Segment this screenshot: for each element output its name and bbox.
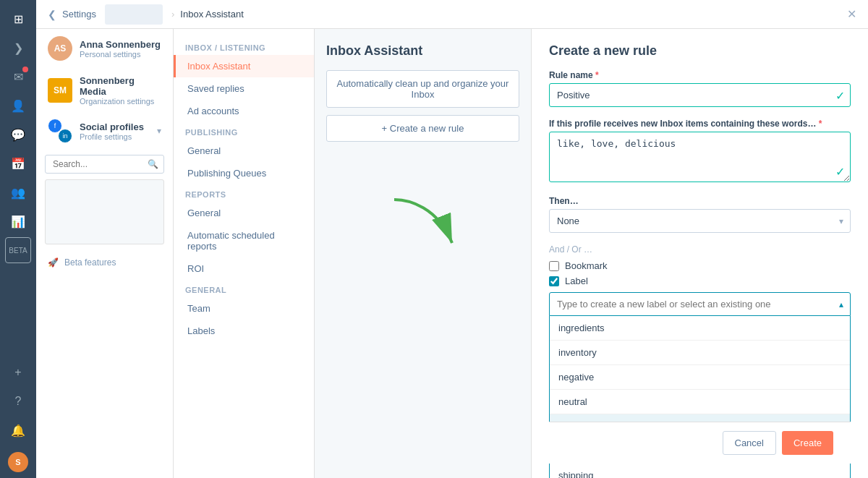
nav-section-inbox: Inbox / Listening — [174, 38, 314, 55]
account-item-anna[interactable]: AS Anna Sonnenberg Personal settings — [36, 29, 173, 68]
rule-name-input[interactable] — [549, 83, 851, 107]
breadcrumb-separator: › — [171, 9, 174, 20]
label-option-ingredients[interactable]: ingredients — [550, 316, 850, 341]
cancel-button[interactable]: Cancel — [723, 431, 776, 455]
rule-name-input-wrap: ✓ — [549, 83, 851, 107]
breadcrumb-current: Inbox Assistant — [180, 9, 243, 20]
sidebar-icon-calendar[interactable]: 📅 — [5, 150, 31, 176]
then-select-wrap: None ▾ — [549, 209, 851, 233]
sidebar-icon-conversations[interactable]: 💬 — [5, 121, 31, 148]
close-button[interactable]: ✕ — [847, 7, 856, 21]
nav-item-labels[interactable]: Labels — [174, 320, 314, 342]
rule-name-label: Rule name * — [549, 70, 851, 80]
placeholder-image — [45, 179, 164, 244]
content-row: AS Anna Sonnenberg Personal settings SM … — [36, 29, 868, 478]
account-sub-org: Organization settings — [80, 97, 161, 106]
action-bar: Cancel Create — [549, 422, 851, 464]
then-select[interactable]: None — [549, 209, 851, 233]
nav-item-general-reports[interactable]: General — [174, 202, 314, 224]
beta-features-item[interactable]: 🚀 Beta features — [36, 250, 173, 275]
label-search-input[interactable] — [549, 292, 851, 316]
sidebar-icon-avatar[interactable]: S — [8, 452, 28, 472]
nav-item-publishing-queues[interactable]: Publishing Queues — [174, 162, 314, 184]
words-textarea-wrap: like, love, delicious ✓ — [549, 132, 851, 184]
social-avatar-tw: in — [58, 129, 72, 143]
icon-sidebar: ⊞ ❯ ✉ 👤 💬 📅 👥 📊 BETA + ? 🔔 S — [0, 0, 36, 478]
account-sub-social: Profile settings — [80, 132, 150, 141]
bookmark-label[interactable]: Bookmark — [565, 260, 608, 271]
sidebar-icon-reports[interactable]: 📊 — [5, 208, 31, 234]
nav-item-team[interactable]: Team — [174, 297, 314, 320]
back-button[interactable]: ❮ — [48, 9, 56, 20]
account-name-anna: Anna Sonnenberg — [80, 39, 161, 50]
form-group-words: If this profile receives new Inbox items… — [549, 119, 851, 184]
rocket-icon: 🚀 — [48, 257, 59, 268]
tab-placeholder — [105, 4, 163, 25]
account-name-org: Sonnenberg Media — [80, 75, 161, 97]
words-label: If this profile receives new Inbox items… — [549, 119, 851, 129]
accounts-panel: AS Anna Sonnenberg Personal settings SM … — [36, 29, 174, 478]
social-item[interactable]: f in Social profiles Profile settings ▾ — [36, 113, 173, 149]
label-option-shipping[interactable]: shipping — [550, 464, 850, 478]
sidebar-icon-help[interactable]: ? — [5, 388, 31, 414]
search-input[interactable] — [45, 155, 164, 174]
breadcrumb-settings[interactable]: Settings — [62, 9, 96, 20]
main-area: ❮ Settings › Inbox Assistant ✕ AS Anna S… — [36, 0, 868, 478]
nav-section-general: General — [174, 280, 314, 297]
search-box: 🔍 — [45, 155, 164, 174]
create-rule-button[interactable]: + Create a new rule — [326, 115, 519, 142]
beta-features-label: Beta features — [64, 257, 116, 268]
and-or-label: And / Or … — [549, 244, 851, 255]
inbox-badge — [22, 67, 28, 72]
auto-organize-button[interactable]: Automatically clean up and organize your… — [326, 70, 519, 108]
arrow-container — [326, 185, 519, 257]
rule-panel-title: Create a new rule — [549, 43, 851, 59]
form-group-then: Then… None ▾ — [549, 196, 851, 233]
avatar-org: SM — [48, 78, 72, 103]
label-input-row: ▴ — [549, 292, 851, 316]
nav-item-inbox-assistant[interactable]: Inbox Assistant — [174, 55, 314, 77]
inbox-assistant-panel: Inbox Assistant Automatically clean up a… — [315, 29, 532, 478]
label-option-neutral[interactable]: neutral — [550, 390, 850, 414]
sidebar-icon-team[interactable]: 👥 — [5, 179, 31, 205]
top-bar: ❮ Settings › Inbox Assistant ✕ — [36, 0, 868, 29]
account-sub-anna: Personal settings — [80, 50, 161, 59]
social-avatars: f in — [48, 119, 72, 143]
label-option-negative[interactable]: negative — [550, 365, 850, 390]
sidebar-icon-inbox[interactable]: ✉ — [5, 64, 31, 90]
nav-item-saved-replies[interactable]: Saved replies — [174, 77, 314, 100]
nav-section-publishing: Publishing — [174, 122, 314, 140]
bookmark-checkbox[interactable] — [549, 261, 559, 271]
form-group-rule-name: Rule name * ✓ — [549, 70, 851, 107]
checkbox-row-bookmark: Bookmark — [549, 260, 851, 271]
then-label: Then… — [549, 196, 851, 206]
nav-section-reports: Reports — [174, 184, 314, 202]
label-chevron-up-icon: ▴ — [839, 299, 843, 310]
create-button[interactable]: Create — [782, 431, 833, 455]
nav-item-auto-reports[interactable]: Automatic scheduled reports — [174, 224, 314, 257]
sidebar-icon-nav[interactable]: ❯ — [5, 35, 31, 61]
search-icon: 🔍 — [148, 159, 158, 169]
words-check-icon: ✓ — [835, 165, 845, 179]
sidebar-icon-beta[interactable]: BETA — [5, 237, 31, 263]
label-label[interactable]: Label — [565, 276, 588, 286]
sidebar-icon-bell[interactable]: 🔔 — [5, 417, 31, 443]
account-item-org[interactable]: SM Sonnenberg Media Organization setting… — [36, 68, 173, 113]
label-checkbox[interactable] — [549, 276, 559, 286]
nav-item-ad-accounts[interactable]: Ad accounts — [174, 100, 314, 122]
sidebar-icon-contacts[interactable]: 👤 — [5, 93, 31, 119]
nav-item-general-publishing[interactable]: General — [174, 140, 314, 162]
green-arrow-svg — [380, 185, 467, 257]
words-textarea[interactable]: like, love, delicious — [549, 132, 851, 182]
rule-name-check-icon: ✓ — [835, 88, 845, 102]
label-option-inventory[interactable]: inventory — [550, 341, 850, 365]
sidebar-icon-plus[interactable]: + — [5, 359, 31, 385]
avatar-anna: AS — [48, 36, 72, 61]
chevron-down-icon: ▾ — [157, 126, 161, 136]
sidebar-icon-apps[interactable]: ⊞ — [5, 6, 31, 32]
account-name-social: Social profiles — [80, 121, 150, 132]
inbox-panel-title: Inbox Assistant — [326, 43, 519, 59]
checkbox-row-label: Label — [549, 276, 851, 286]
nav-item-roi[interactable]: ROI — [174, 257, 314, 280]
nav-panel: Inbox / Listening Inbox Assistant Saved … — [174, 29, 315, 478]
